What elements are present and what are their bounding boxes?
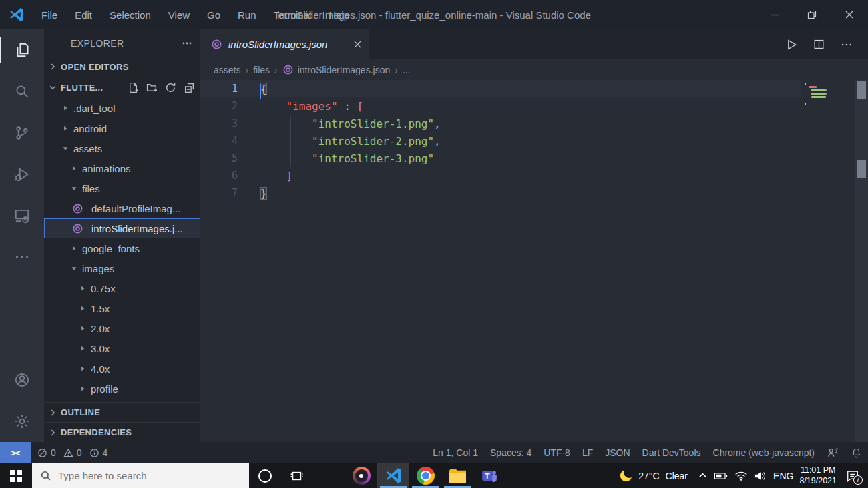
status-item-spaces-4[interactable]: Spaces: 4 xyxy=(484,442,537,463)
code-token: "introSlider-3.png" xyxy=(312,152,434,165)
new-file-icon[interactable] xyxy=(128,82,139,93)
menu-edit[interactable]: Edit xyxy=(67,6,99,24)
breadcrumb-item[interactable]: introSliderImages.json xyxy=(282,64,391,75)
menu-file[interactable]: File xyxy=(34,6,65,24)
minimap[interactable] xyxy=(803,80,855,442)
status-item-json[interactable]: JSON xyxy=(599,442,636,463)
settings-gear-icon[interactable] xyxy=(0,401,44,442)
refresh-icon[interactable] xyxy=(165,82,176,93)
tab-introsliderimages-json[interactable]: introSliderImages.json xyxy=(200,29,369,59)
restore-button[interactable] xyxy=(793,0,831,29)
tree-item-label: images xyxy=(82,263,114,274)
status-item-dart-devtools[interactable]: Dart DevTools xyxy=(636,442,707,463)
tree-item-files[interactable]: files xyxy=(44,178,200,198)
tree-item-assets[interactable]: assets xyxy=(44,138,200,158)
taskbar-edge-button[interactable] xyxy=(313,463,345,488)
explorer-icon[interactable] xyxy=(0,29,44,71)
explorer-more-actions-icon[interactable] xyxy=(182,38,192,49)
start-button[interactable] xyxy=(0,463,32,488)
taskbar-chrome-button[interactable] xyxy=(409,463,441,488)
tree-item-1-5x[interactable]: 1.5x xyxy=(44,298,200,318)
source-control-icon[interactable] xyxy=(0,112,44,154)
code-token: ] xyxy=(286,170,293,182)
system-tray: 27°C Clear ENG 11:01 PM 8/19/2021 7 xyxy=(618,463,868,488)
tree-item-animations[interactable]: animations xyxy=(44,158,200,178)
code-editor[interactable]: 1{2 "images" : [3 "introSlider-1.png",4 … xyxy=(200,80,868,442)
breadcrumb-item[interactable]: assets xyxy=(214,65,240,75)
chevron-up-icon[interactable] xyxy=(698,471,708,481)
remote-explorer-icon[interactable] xyxy=(0,195,44,236)
breadcrumb-label: introSliderImages.json xyxy=(298,65,391,75)
run-icon[interactable] xyxy=(785,38,798,51)
workspace-folder-section[interactable]: FLUTTE... xyxy=(44,77,200,98)
status-item-utf-8[interactable]: UTF-8 xyxy=(537,442,576,463)
remote-indicator[interactable]: >< xyxy=(0,442,31,463)
task-view-button[interactable] xyxy=(281,463,313,488)
close-button[interactable] xyxy=(831,0,868,29)
breadcrumb-item[interactable]: ... xyxy=(403,65,411,75)
status-item-lf[interactable]: LF xyxy=(576,442,599,463)
tree-item-4-0x[interactable]: 4.0x xyxy=(44,358,200,379)
tree-item--dart-tool[interactable]: .dart_tool xyxy=(44,98,200,118)
tree-item-label: 3.0x xyxy=(91,343,110,354)
outline-section[interactable]: OUTLINE xyxy=(44,402,200,422)
menu-go[interactable]: Go xyxy=(200,6,228,24)
weather-temp[interactable]: 27°C xyxy=(638,471,659,481)
menu-view[interactable]: View xyxy=(161,6,197,24)
menu-selection[interactable]: Selection xyxy=(102,6,158,24)
search-icon xyxy=(40,470,51,481)
tree-item-0-75x[interactable]: 0.75x xyxy=(44,278,200,298)
volume-icon[interactable] xyxy=(754,471,767,481)
status-item-chrome-web-javascript-[interactable]: Chrome (web-javascript) xyxy=(707,442,821,463)
scrollbar-thumb[interactable] xyxy=(857,81,866,99)
tree-item-defaultprofileimag-[interactable]: defaultProfileImag... xyxy=(44,198,200,218)
minimize-button[interactable] xyxy=(756,0,793,29)
arrow-right-icon xyxy=(77,284,88,292)
taskbar-teams-button[interactable] xyxy=(473,463,505,488)
account-icon[interactable] xyxy=(0,359,44,401)
problems-status[interactable]: 0 0 4 xyxy=(31,442,114,463)
language-indicator[interactable]: ENG xyxy=(773,471,793,481)
taskbar-file-explorer-button[interactable] xyxy=(441,463,473,488)
tree-item-images[interactable]: images xyxy=(44,258,200,278)
more-actions-icon[interactable] xyxy=(840,38,853,51)
breadcrumb-item[interactable]: files xyxy=(253,65,270,75)
tree-item-2-0x[interactable]: 2.0x xyxy=(44,318,200,338)
vertical-scrollbar[interactable] xyxy=(855,80,868,442)
tree-item-3-0x[interactable]: 3.0x xyxy=(44,338,200,358)
line-content: } xyxy=(238,187,267,200)
tab-bar: introSliderImages.json xyxy=(200,29,868,59)
tree-item-label: profile xyxy=(91,383,118,395)
cortana-button[interactable] xyxy=(249,463,281,488)
run-debug-icon[interactable] xyxy=(0,154,44,195)
menu-run[interactable]: Run xyxy=(230,6,264,24)
feedback-icon[interactable] xyxy=(821,442,845,463)
taskbar-media-disc-button[interactable] xyxy=(345,463,377,488)
code-token: "introSlider-2.png" xyxy=(312,135,434,148)
moon-icon[interactable] xyxy=(618,469,632,483)
breadcrumb-separator: › xyxy=(395,65,398,75)
battery-icon[interactable] xyxy=(714,471,728,481)
taskbar-search[interactable] xyxy=(32,463,249,488)
notification-center-button[interactable]: 7 xyxy=(845,469,860,483)
new-folder-icon[interactable] xyxy=(146,82,158,93)
clock[interactable]: 11:01 PM 8/19/2021 xyxy=(799,465,837,486)
tree-item-label: 4.0x xyxy=(91,363,110,375)
taskbar-search-input[interactable] xyxy=(58,470,241,481)
taskbar-vscode-button[interactable] xyxy=(377,463,409,488)
open-editors-section[interactable]: OPEN EDITORS xyxy=(44,57,200,77)
split-editor-icon[interactable] xyxy=(813,38,825,51)
tab-close-icon[interactable] xyxy=(353,40,362,49)
dependencies-section[interactable]: DEPENDENCIES xyxy=(44,422,200,442)
weather-desc[interactable]: Clear xyxy=(666,471,688,481)
search-icon[interactable] xyxy=(0,71,44,112)
tree-item-introsliderimages-j-[interactable]: introSliderImages.j... xyxy=(44,218,200,238)
collapse-all-icon[interactable] xyxy=(184,82,195,93)
wifi-icon[interactable] xyxy=(734,471,748,481)
status-item-ln-1-col-1[interactable]: Ln 1, Col 1 xyxy=(427,442,484,463)
tree-item-profile[interactable]: profile xyxy=(44,379,200,399)
notifications-bell-icon[interactable] xyxy=(845,442,868,463)
tree-item-android[interactable]: android xyxy=(44,118,200,138)
tree-item-google-fonts[interactable]: google_fonts xyxy=(44,238,200,258)
more-icon[interactable] xyxy=(0,236,44,278)
